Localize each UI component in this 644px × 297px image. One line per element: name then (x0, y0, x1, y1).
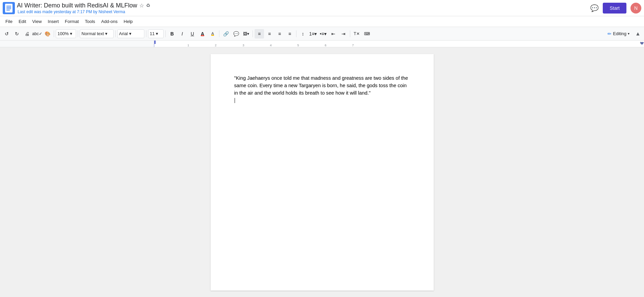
divider-2 (78, 30, 78, 37)
font-select[interactable]: Arial ▾ (117, 29, 144, 38)
zoom-chevron: ▾ (70, 31, 72, 36)
divider-3 (115, 30, 116, 37)
ruler-mark-3: 3 (242, 44, 244, 47)
increase-indent-button[interactable]: ⇥ (339, 29, 348, 39)
page-area[interactable]: "King Jaehaerys once told me that madnes… (0, 47, 644, 297)
line-spacing-button[interactable]: ↕ (298, 29, 308, 39)
zoom-value: 100% (57, 31, 69, 36)
text-cursor (234, 98, 235, 103)
divider-6 (219, 30, 219, 37)
document-text: "King Jaehaerys once told me that madnes… (234, 75, 408, 96)
menu-bar: File Edit View Insert Format Tools Add-o… (0, 16, 644, 27)
font-color-icon: A (201, 31, 204, 36)
pencil-icon: ✏ (607, 31, 612, 36)
menu-help[interactable]: Help (121, 18, 136, 25)
style-select[interactable]: Normal text ▾ (80, 29, 114, 38)
divider-7 (253, 30, 253, 37)
editing-mode-button[interactable]: ✏ Editing ▾ (604, 29, 633, 38)
comment-button[interactable]: 💬 (231, 29, 241, 39)
menu-view[interactable]: View (29, 18, 44, 25)
ruler-mark-7: 7 (352, 44, 354, 47)
highlight-color-button[interactable]: A (208, 29, 217, 39)
bold-button[interactable]: B (167, 29, 177, 39)
align-right-button[interactable]: ≡ (275, 29, 284, 39)
size-chevron: ▾ (156, 31, 158, 36)
input-tools-button[interactable]: ⌨ (362, 29, 372, 39)
star-icon[interactable]: ☆ (139, 2, 144, 9)
font-chevron: ▾ (129, 31, 132, 36)
divider-5 (165, 30, 166, 37)
divider-4 (146, 30, 146, 37)
doc-icon[interactable] (3, 2, 15, 14)
numbered-list-button[interactable]: 1≡▾ (308, 29, 318, 39)
doc-title[interactable]: AI Writer: Demo built with RedisAI & MLF… (17, 2, 137, 9)
ruler-mark-1: 1 (187, 44, 189, 47)
menu-format[interactable]: Format (62, 18, 81, 25)
image-button[interactable]: 🖼▾ (241, 29, 251, 39)
divider-9 (350, 30, 350, 37)
editing-area: ✏ Editing ▾ ▲ (604, 29, 642, 38)
style-value: Normal text (81, 31, 104, 36)
title-row: AI Writer: Demo built with RedisAI & MLF… (17, 2, 588, 9)
highlight-icon: A (211, 31, 214, 36)
undo-button[interactable]: ↺ (2, 29, 11, 39)
font-value: Arial (119, 31, 128, 36)
menu-insert[interactable]: Insert (45, 18, 62, 25)
zoom-select[interactable]: 100% ▾ (56, 29, 76, 38)
document-content[interactable]: "King Jaehaerys once told me that madnes… (234, 74, 410, 104)
menu-file[interactable]: File (3, 18, 15, 25)
last-edit-text[interactable]: Last edit was made yesterday at 7:17 PM … (18, 9, 588, 14)
underline-button[interactable]: U (188, 29, 197, 39)
page-number: 31 (640, 41, 643, 45)
cursor-paragraph (234, 97, 410, 104)
top-bar: AI Writer: Demo built with RedisAI & MLF… (0, 0, 644, 16)
blink-cursor (235, 98, 235, 103)
decrease-indent-button[interactable]: ⇤ (329, 29, 338, 39)
document-page: "King Jaehaerys once told me that madnes… (211, 54, 434, 291)
start-button[interactable]: Start (603, 3, 626, 14)
italic-button[interactable]: I (177, 29, 187, 39)
align-justify-button[interactable]: ≡ (285, 29, 294, 39)
bulleted-list-button[interactable]: •≡▾ (318, 29, 328, 39)
document-paragraph: "King Jaehaerys once told me that madnes… (234, 74, 410, 97)
menu-edit[interactable]: Edit (16, 18, 29, 25)
collapse-button[interactable]: ▲ (634, 30, 642, 38)
avatar[interactable]: N (630, 3, 641, 14)
cloud-icon: ♻ (146, 3, 150, 8)
ruler-mark-2: 2 (215, 44, 216, 47)
ruler-mark-5: 5 (297, 44, 299, 47)
divider-1 (54, 30, 54, 37)
menu-addons[interactable]: Add-ons (98, 18, 120, 25)
ruler-mark-4: 4 (270, 44, 271, 47)
editing-label: Editing (613, 31, 626, 36)
title-area: AI Writer: Demo built with RedisAI & MLF… (17, 2, 588, 14)
align-left-button[interactable]: ≡ (255, 29, 264, 39)
spellcheck-button[interactable]: abc✓ (32, 29, 42, 39)
top-right-area: 💬 Start N (590, 3, 641, 14)
font-size-select[interactable]: 11 ▾ (148, 29, 164, 38)
redo-button[interactable]: ↻ (12, 29, 22, 39)
chat-icon[interactable]: 💬 (590, 4, 599, 12)
print-button[interactable]: 🖨 (22, 29, 32, 39)
font-size-value: 11 (150, 31, 154, 36)
editing-chevron: ▾ (628, 32, 629, 35)
toolbar: ↺ ↻ 🖨 abc✓ 🎨 100% ▾ Normal text ▾ Arial … (0, 27, 644, 41)
menu-tools[interactable]: Tools (82, 18, 98, 25)
clear-formatting-button[interactable]: T✕ (352, 29, 361, 39)
link-button[interactable]: 🔗 (221, 29, 231, 39)
ruler-mark-6: 6 (325, 44, 326, 47)
align-center-button[interactable]: ≡ (265, 29, 274, 39)
style-chevron: ▾ (105, 31, 108, 36)
ruler: 1 2 3 4 5 6 7 31 (0, 41, 644, 47)
font-color-button[interactable]: A (198, 29, 207, 39)
divider-8 (296, 30, 296, 37)
paint-format-button[interactable]: 🎨 (43, 29, 52, 39)
svg-rect-0 (5, 4, 13, 13)
